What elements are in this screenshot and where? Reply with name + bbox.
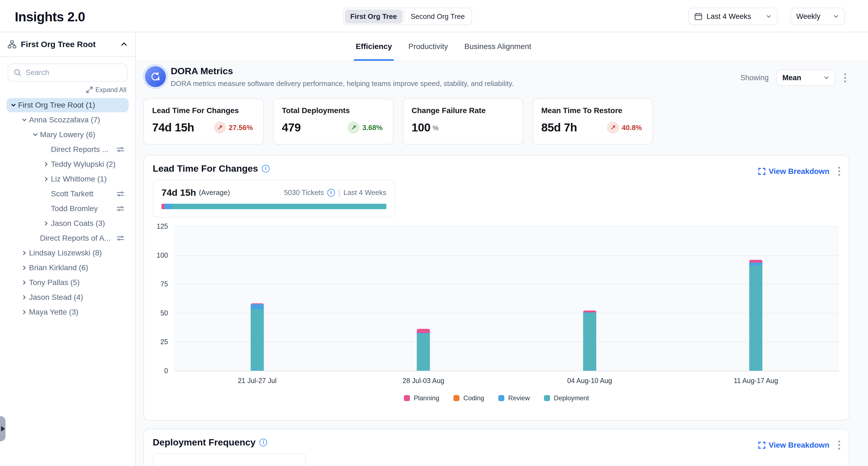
tab-productivity[interactable]: Productivity xyxy=(408,32,448,61)
stacked-bar-2[interactable] xyxy=(417,329,430,371)
collapse-sidebar-chevron-up-icon[interactable] xyxy=(120,41,127,48)
filter-sliders-icon[interactable] xyxy=(117,190,124,197)
tree-item-label: Scott Tarkett xyxy=(51,190,93,198)
chevron-right-icon[interactable] xyxy=(20,294,29,301)
tree-item[interactable]: First Org Tree Root (1) xyxy=(6,98,129,112)
x-tick-label: 21 Jul-27 Jul xyxy=(208,377,307,385)
info-icon[interactable]: i xyxy=(327,189,335,197)
tree-item[interactable]: Teddy Wylupski (2) xyxy=(6,157,129,171)
tree-item[interactable]: Lindsay Liszewski (8) xyxy=(6,246,129,260)
filter-sliders-icon[interactable] xyxy=(117,235,124,242)
page-title: Insights 2.0 xyxy=(15,9,85,24)
stacked-bar-1[interactable] xyxy=(251,303,264,371)
chevron-right-icon[interactable] xyxy=(41,220,51,227)
tab-efficiency[interactable]: Efficiency xyxy=(356,32,392,61)
toggle-first-org-tree[interactable]: First Org Tree xyxy=(345,9,403,24)
tree-item[interactable]: Direct Reports ... xyxy=(6,142,129,156)
tree-item[interactable]: Mary Lowery (6) xyxy=(6,127,129,142)
tree-item-label: Brian Kirkland (6) xyxy=(29,263,88,272)
expand-all-button[interactable]: Expand All xyxy=(95,86,126,94)
tree-item[interactable]: Tony Pallas (5) xyxy=(6,275,129,290)
legend-item-deployment[interactable]: Deployment xyxy=(544,394,589,402)
tab-label: Productivity xyxy=(408,42,448,51)
filter-sliders-icon[interactable] xyxy=(117,205,124,212)
tree-item-label: Anna Scozzafava (7) xyxy=(29,116,100,124)
bar-segment-deployment xyxy=(417,334,430,371)
chevron-right-icon[interactable] xyxy=(41,161,51,168)
metric-card-value-row: 479↗3.68% xyxy=(282,121,385,134)
granularity-dropdown[interactable]: Weekly xyxy=(790,8,845,25)
tab-business-alignment[interactable]: Business Alignment xyxy=(464,32,531,61)
legend-item-planning[interactable]: Planning xyxy=(404,394,439,402)
filter-sliders-icon[interactable] xyxy=(117,146,124,153)
showing-dropdown[interactable]: Mean xyxy=(776,69,835,86)
legend-swatch xyxy=(404,395,410,401)
org-tree: First Org Tree Root (1)Anna Scozzafava (… xyxy=(0,97,135,321)
toggle-divider xyxy=(404,10,404,23)
date-range-dropdown[interactable]: Last 4 Weeks xyxy=(688,8,778,25)
trend-delta: 27.56% xyxy=(229,123,253,132)
stacked-bar-4[interactable] xyxy=(749,260,763,371)
tree-item-label: Maya Yette (3) xyxy=(29,308,79,317)
separator: | xyxy=(338,188,340,197)
dora-metric-cards: Lead Time For Changes74d 15h↗27.56%Total… xyxy=(144,98,653,145)
chevron-right-icon[interactable] xyxy=(20,264,29,271)
tree-item[interactable]: Anna Scozzafava (7) xyxy=(6,113,129,127)
dora-cycle-icon xyxy=(145,66,166,87)
tree-item-label: Todd Bromley xyxy=(51,204,98,213)
y-tick-label: 75 xyxy=(144,280,168,288)
chevron-down-icon[interactable] xyxy=(20,117,29,123)
tree-item[interactable]: Brian Kirkland (6) xyxy=(6,261,129,275)
tree-item[interactable]: Direct Reports of A... xyxy=(6,231,129,245)
summary-meta: 5030 Tickets i | Last 4 Weeks xyxy=(284,188,386,197)
metric-card-value: 100 xyxy=(411,121,430,134)
tree-item[interactable]: Jason Stead (4) xyxy=(6,290,129,304)
view-breakdown-button[interactable]: View Breakdown xyxy=(758,167,829,176)
tree-item[interactable]: Todd Bromley xyxy=(6,202,129,216)
lead-time-title-row: Lead Time For Changes i xyxy=(153,163,270,174)
sidebar-collapse-handle[interactable] xyxy=(0,416,5,441)
x-tick-label: 04 Aug-10 Aug xyxy=(540,377,639,385)
chevron-down-icon xyxy=(766,13,772,20)
tree-item[interactable]: Liz Whittome (1) xyxy=(6,172,129,186)
tree-item-label: Mary Lowery (6) xyxy=(40,130,95,139)
metric-card: Lead Time For Changes74d 15h↗27.56% xyxy=(144,98,264,145)
stacked-bar-3[interactable] xyxy=(583,311,596,371)
bar-segment-deployment xyxy=(749,266,763,371)
search-input[interactable] xyxy=(26,68,122,77)
dora-controls: Showing Mean xyxy=(740,69,847,86)
legend-item-coding[interactable]: Coding xyxy=(454,394,484,402)
chevron-right-icon[interactable] xyxy=(41,176,51,182)
tree-item[interactable]: Scott Tarkett xyxy=(6,187,129,201)
view-breakdown-label: View Breakdown xyxy=(769,441,829,449)
metric-card: Mean Time To Restore85d 7h↗40.8% xyxy=(532,98,653,145)
trend-delta: 40.8% xyxy=(622,123,642,132)
chevron-down-icon[interactable] xyxy=(31,132,40,138)
chevron-right-icon[interactable] xyxy=(20,250,29,256)
info-icon[interactable]: i xyxy=(262,165,270,173)
active-tab-underline xyxy=(353,59,394,61)
kebab-menu-icon[interactable] xyxy=(843,71,847,84)
info-icon[interactable]: i xyxy=(259,439,267,446)
date-range-value: Last 4 Weeks xyxy=(707,12,761,21)
legend-swatch xyxy=(454,395,460,401)
org-tree-toggle: First Org Tree Second Org Tree xyxy=(343,8,472,25)
chevron-down-icon[interactable] xyxy=(9,102,18,109)
metric-card-value: 85d 7h xyxy=(541,121,577,134)
toggle-second-org-tree[interactable]: Second Org Tree xyxy=(405,9,470,24)
tree-item-label: First Org Tree Root (1) xyxy=(18,101,95,110)
tree-item[interactable]: Maya Yette (3) xyxy=(6,305,129,319)
legend-item-review[interactable]: Review xyxy=(498,394,530,402)
kebab-menu-icon[interactable] xyxy=(837,439,841,452)
chevron-right-icon[interactable] xyxy=(20,279,29,286)
view-breakdown-button[interactable]: View Breakdown xyxy=(758,441,829,449)
distribution-segment-planning xyxy=(161,204,164,209)
chevron-right-icon[interactable] xyxy=(20,309,29,315)
trend-badge: ↗27.56% xyxy=(214,122,255,134)
summary-qualifier: (Average) xyxy=(199,188,230,197)
tree-item[interactable]: Jason Coats (3) xyxy=(6,216,129,231)
kebab-menu-icon[interactable] xyxy=(837,165,841,178)
distribution-segment-review xyxy=(164,204,172,209)
expand-corners-icon xyxy=(758,442,765,449)
chart-legend: PlanningCodingReviewDeployment xyxy=(144,394,849,402)
